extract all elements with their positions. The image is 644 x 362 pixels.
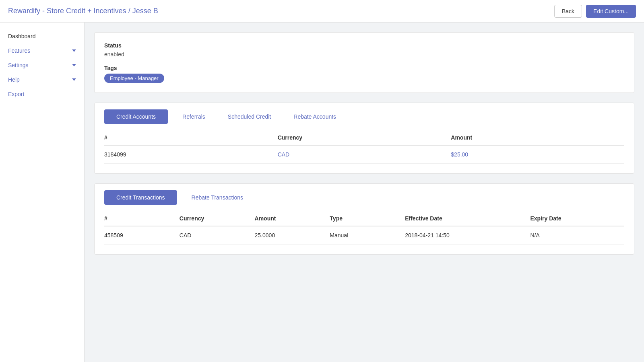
- employee-manager-tag: Employee - Manager: [104, 74, 164, 83]
- sidebar-features-label: Features: [8, 47, 30, 54]
- credit-accounts-table-wrapper: # Currency Amount 3184099 CAD $25.00: [95, 124, 634, 173]
- sidebar-item-settings[interactable]: Settings: [0, 58, 84, 72]
- col-tx-type: Type: [330, 211, 405, 226]
- cell-tx-currency: CAD: [180, 226, 255, 245]
- header-buttons: Back Edit Custom...: [554, 5, 636, 18]
- sidebar-help-label: Help: [8, 76, 20, 83]
- sidebar-settings-label: Settings: [8, 62, 29, 68]
- col-tx-effective-date: Effective Date: [405, 211, 530, 226]
- edit-customer-button[interactable]: Edit Custom...: [586, 5, 636, 18]
- customer-name: Jesse B: [132, 7, 158, 15]
- table-row: 458509 CAD 25.0000 Manual 2018-04-21 14:…: [104, 226, 624, 245]
- tab-referrals[interactable]: Referrals: [174, 109, 213, 124]
- sidebar-item-help[interactable]: Help: [0, 72, 84, 87]
- chevron-down-icon: [72, 64, 76, 66]
- credit-accounts-header-row: # Currency Amount: [104, 130, 624, 145]
- sidebar-item-features[interactable]: Features: [0, 43, 84, 58]
- status-value: enabled: [104, 51, 624, 58]
- table-row: 3184099 CAD $25.00: [104, 145, 624, 164]
- credit-accounts-card: Credit Accounts Referrals Scheduled Cred…: [94, 103, 634, 174]
- tags-label: Tags: [104, 65, 624, 71]
- cell-tx-type: Manual: [330, 226, 405, 245]
- main-content: Status enabled Tags Employee - Manager C…: [85, 23, 644, 362]
- cell-amount: $25.00: [451, 145, 624, 164]
- credit-accounts-table: # Currency Amount 3184099 CAD $25.00: [104, 130, 624, 164]
- cell-tx-expiry-date: N/A: [530, 226, 624, 245]
- credit-accounts-tab-bar: Credit Accounts Referrals Scheduled Cred…: [95, 103, 634, 124]
- status-label: Status: [104, 42, 624, 49]
- credit-transactions-table: # Currency Amount Type Effective Date Ex…: [104, 211, 624, 245]
- cell-currency[interactable]: CAD: [278, 145, 451, 164]
- chevron-down-icon: [72, 78, 76, 81]
- header-separator: /: [128, 7, 132, 15]
- sidebar-dashboard-label: Dashboard: [8, 33, 36, 39]
- credit-transactions-tab-bar: Credit Transactions Rebate Transactions: [95, 184, 634, 205]
- sidebar: Dashboard Features Settings Help Export: [0, 23, 85, 362]
- cell-tx-id: 458509: [104, 226, 180, 245]
- tab-rebate-transactions[interactable]: Rebate Transactions: [184, 190, 251, 205]
- col-header-id: #: [104, 130, 278, 145]
- cell-tx-amount: 25.0000: [255, 226, 330, 245]
- customer-info-card: Status enabled Tags Employee - Manager: [94, 32, 634, 93]
- header-title: Rewardify - Store Credit + Incentives / …: [8, 7, 158, 15]
- header: Rewardify - Store Credit + Incentives / …: [0, 0, 644, 23]
- cell-id: 3184099: [104, 145, 278, 164]
- back-button[interactable]: Back: [554, 5, 582, 18]
- col-tx-id: #: [104, 211, 180, 226]
- app-name: Rewardify - Store Credit + Incentives: [8, 7, 126, 15]
- col-tx-amount: Amount: [255, 211, 330, 226]
- cell-tx-effective-date: 2018-04-21 14:50: [405, 226, 530, 245]
- tab-scheduled-credit[interactable]: Scheduled Credit: [220, 109, 279, 124]
- customer-info-body: Status enabled Tags Employee - Manager: [95, 33, 634, 93]
- col-header-currency: Currency: [278, 130, 451, 145]
- chevron-down-icon: [72, 49, 76, 52]
- sidebar-item-dashboard[interactable]: Dashboard: [0, 29, 84, 43]
- tab-credit-transactions[interactable]: Credit Transactions: [104, 190, 177, 205]
- tags-container: Employee - Manager: [104, 74, 624, 83]
- sidebar-export-label: Export: [8, 91, 24, 97]
- credit-transactions-header-row: # Currency Amount Type Effective Date Ex…: [104, 211, 624, 226]
- credit-transactions-table-wrapper: # Currency Amount Type Effective Date Ex…: [95, 205, 634, 254]
- credit-transactions-card: Credit Transactions Rebate Transactions …: [94, 183, 634, 255]
- sidebar-item-export[interactable]: Export: [0, 87, 84, 101]
- tab-credit-accounts[interactable]: Credit Accounts: [104, 109, 168, 124]
- col-tx-expiry-date: Expiry Date: [530, 211, 624, 226]
- col-header-amount: Amount: [451, 130, 624, 145]
- main-layout: Dashboard Features Settings Help Export …: [0, 23, 644, 362]
- tab-rebate-accounts[interactable]: Rebate Accounts: [285, 109, 344, 124]
- col-tx-currency: Currency: [180, 211, 255, 226]
